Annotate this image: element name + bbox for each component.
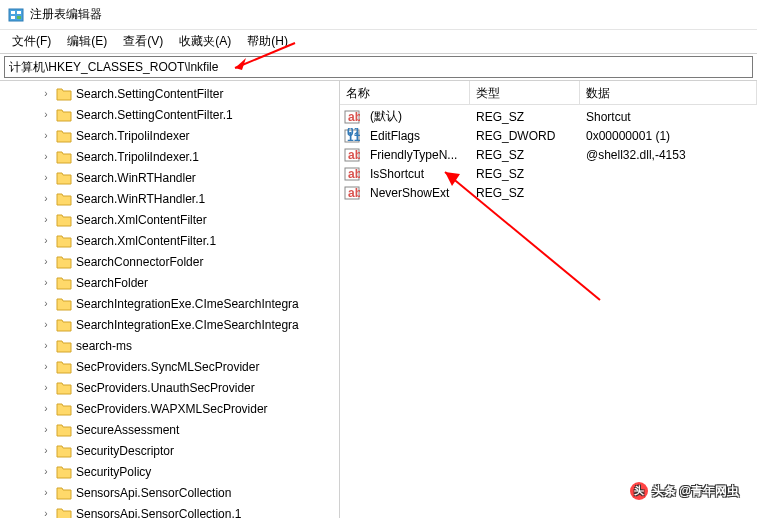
tree-item[interactable]: ›SensorsApi.SensorCollection.1: [0, 503, 339, 518]
tree-item-label: SecProviders.WAPXMLSecProvider: [76, 402, 268, 416]
value-row[interactable]: abFriendlyTypeN...REG_SZ@shell32.dll,-41…: [340, 145, 757, 164]
folder-icon: [56, 276, 72, 290]
folder-icon: [56, 423, 72, 437]
tree-item[interactable]: ›SensorsApi.SensorCollection: [0, 482, 339, 503]
tree-item[interactable]: ›SecurityPolicy: [0, 461, 339, 482]
expander-icon[interactable]: ›: [40, 88, 52, 100]
folder-icon: [56, 213, 72, 227]
value-row[interactable]: ab(默认)REG_SZShortcut: [340, 107, 757, 126]
tree-item[interactable]: ›SearchIntegrationExe.CImeSearchIntegra: [0, 293, 339, 314]
value-data: 0x00000001 (1): [580, 129, 757, 143]
column-type[interactable]: 类型: [470, 81, 580, 104]
tree-item-label: SearchFolder: [76, 276, 148, 290]
svg-text:110: 110: [347, 130, 360, 144]
value-type-icon: ab: [344, 185, 360, 201]
expander-icon[interactable]: ›: [40, 172, 52, 184]
value-type: REG_SZ: [470, 148, 580, 162]
folder-icon: [56, 507, 72, 519]
tree-item[interactable]: ›search-ms: [0, 335, 339, 356]
svg-rect-0: [9, 9, 23, 21]
expander-icon[interactable]: ›: [40, 235, 52, 247]
tree-item[interactable]: ›Search.XmlContentFilter.1: [0, 230, 339, 251]
tree-item-label: Search.WinRTHandler: [76, 171, 196, 185]
expander-icon[interactable]: ›: [40, 277, 52, 289]
value-type-icon: ab: [344, 109, 360, 125]
tree-item[interactable]: ›SearchFolder: [0, 272, 339, 293]
expander-icon[interactable]: ›: [40, 319, 52, 331]
expander-icon[interactable]: ›: [40, 109, 52, 121]
folder-icon: [56, 297, 72, 311]
tree-item[interactable]: ›SecProviders.UnauthSecProvider: [0, 377, 339, 398]
column-name[interactable]: 名称: [340, 81, 470, 104]
svg-text:ab: ab: [348, 110, 360, 124]
folder-icon: [56, 360, 72, 374]
expander-icon[interactable]: ›: [40, 424, 52, 436]
tree-item-label: SensorsApi.SensorCollection: [76, 486, 231, 500]
expander-icon[interactable]: ›: [40, 340, 52, 352]
expander-icon[interactable]: ›: [40, 445, 52, 457]
expander-icon[interactable]: ›: [40, 214, 52, 226]
svg-text:ab: ab: [348, 148, 360, 162]
expander-icon[interactable]: ›: [40, 151, 52, 163]
tree-item-label: search-ms: [76, 339, 132, 353]
tree-item[interactable]: ›SecurityDescriptor: [0, 440, 339, 461]
tree-item-label: SecProviders.UnauthSecProvider: [76, 381, 255, 395]
value-type: REG_SZ: [470, 186, 580, 200]
menu-edit[interactable]: 编辑(E): [59, 31, 115, 52]
tree-item[interactable]: ›Search.TripoliIndexer: [0, 125, 339, 146]
expander-icon[interactable]: ›: [40, 487, 52, 499]
expander-icon[interactable]: ›: [40, 130, 52, 142]
menu-view[interactable]: 查看(V): [115, 31, 171, 52]
values-body: ab(默认)REG_SZShortcut011110EditFlagsREG_D…: [340, 105, 757, 202]
tree-item-label: Search.XmlContentFilter.1: [76, 234, 216, 248]
values-panel: 名称 类型 数据 ab(默认)REG_SZShortcut011110EditF…: [340, 81, 757, 518]
address-path: 计算机\HKEY_CLASSES_ROOT\lnkfile: [9, 59, 218, 76]
svg-text:ab: ab: [348, 167, 360, 181]
menubar: 文件(F) 编辑(E) 查看(V) 收藏夹(A) 帮助(H): [0, 30, 757, 54]
value-name: EditFlags: [364, 129, 470, 143]
tree-item[interactable]: ›Search.WinRTHandler: [0, 167, 339, 188]
folder-icon: [56, 465, 72, 479]
svg-rect-4: [17, 16, 21, 19]
value-row[interactable]: abIsShortcutREG_SZ: [340, 164, 757, 183]
menu-file[interactable]: 文件(F): [4, 31, 59, 52]
tree-item[interactable]: ›Search.XmlContentFilter: [0, 209, 339, 230]
menu-help[interactable]: 帮助(H): [239, 31, 296, 52]
tree-item[interactable]: ›SearchConnectorFolder: [0, 251, 339, 272]
tree-item[interactable]: ›Search.TripoliIndexer.1: [0, 146, 339, 167]
value-row[interactable]: abNeverShowExtREG_SZ: [340, 183, 757, 202]
tree-item[interactable]: ›SearchIntegrationExe.CImeSearchIntegra: [0, 314, 339, 335]
tree-item[interactable]: ›Search.SettingContentFilter.1: [0, 104, 339, 125]
expander-icon[interactable]: ›: [40, 382, 52, 394]
expander-icon[interactable]: ›: [40, 466, 52, 478]
value-row[interactable]: 011110EditFlagsREG_DWORD0x00000001 (1): [340, 126, 757, 145]
tree-item[interactable]: ›SecProviders.SyncMLSecProvider: [0, 356, 339, 377]
tree-item[interactable]: ›SecureAssessment: [0, 419, 339, 440]
tree-item-label: Search.TripoliIndexer: [76, 129, 190, 143]
tree-item-label: SecProviders.SyncMLSecProvider: [76, 360, 259, 374]
value-type: REG_DWORD: [470, 129, 580, 143]
tree-item[interactable]: ›Search.SettingContentFilter: [0, 83, 339, 104]
addressbar[interactable]: 计算机\HKEY_CLASSES_ROOT\lnkfile: [4, 56, 753, 78]
value-type: REG_SZ: [470, 110, 580, 124]
folder-icon: [56, 402, 72, 416]
expander-icon[interactable]: ›: [40, 256, 52, 268]
folder-icon: [56, 192, 72, 206]
tree-item-label: SearchIntegrationExe.CImeSearchIntegra: [76, 318, 299, 332]
folder-icon: [56, 318, 72, 332]
expander-icon[interactable]: ›: [40, 361, 52, 373]
value-name: NeverShowExt: [364, 186, 470, 200]
column-data[interactable]: 数据: [580, 81, 757, 104]
expander-icon[interactable]: ›: [40, 508, 52, 519]
menu-favorites[interactable]: 收藏夹(A): [171, 31, 239, 52]
value-type-icon: ab: [344, 166, 360, 182]
expander-icon[interactable]: ›: [40, 193, 52, 205]
tree-item[interactable]: ›Search.WinRTHandler.1: [0, 188, 339, 209]
tree-scroll[interactable]: ›Search.SettingContentFilter›Search.Sett…: [0, 81, 339, 518]
value-name: IsShortcut: [364, 167, 470, 181]
tree-item[interactable]: ›SecProviders.WAPXMLSecProvider: [0, 398, 339, 419]
expander-icon[interactable]: ›: [40, 403, 52, 415]
value-name: FriendlyTypeN...: [364, 148, 470, 162]
svg-text:ab: ab: [348, 186, 360, 200]
expander-icon[interactable]: ›: [40, 298, 52, 310]
